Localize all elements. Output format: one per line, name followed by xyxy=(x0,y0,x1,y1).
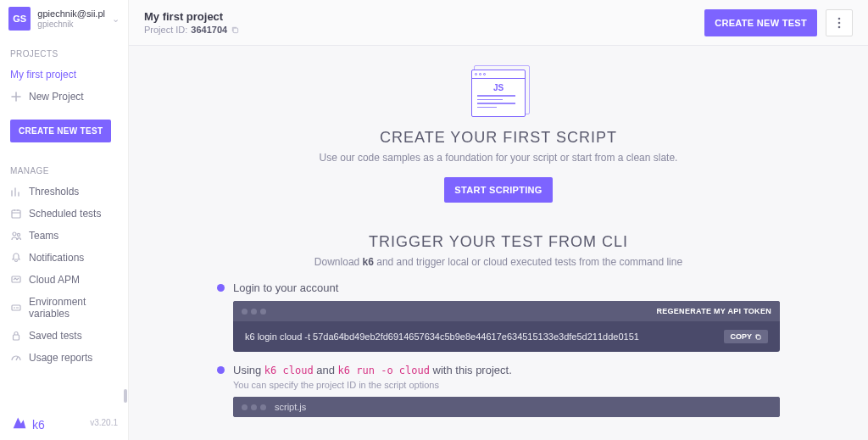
sidebar-item-usage-reports[interactable]: Usage reports xyxy=(0,347,128,369)
gauge-icon xyxy=(10,352,22,364)
step2-title: Using k6 cloud and k6 run -o cloud with … xyxy=(233,364,512,376)
chevron-down-icon: ⌄ xyxy=(112,14,120,25)
step-bullet-icon xyxy=(217,284,225,292)
svg-point-9 xyxy=(838,25,841,28)
terminal-dots-icon xyxy=(242,404,266,410)
svg-point-2 xyxy=(17,233,19,236)
bell-icon xyxy=(10,252,22,264)
sidebar-item-new-project[interactable]: New Project xyxy=(0,86,128,108)
step-bullet-icon xyxy=(217,366,225,374)
svg-point-8 xyxy=(838,21,841,24)
project-id-label: Project ID: xyxy=(144,25,187,35)
user-email: gpiechnik@sii.pl xyxy=(37,8,105,19)
avatar: GS xyxy=(8,7,31,31)
env-icon xyxy=(10,302,22,314)
terminal-login: REGENERATE MY API TOKEN k6 login cloud -… xyxy=(233,301,780,352)
login-command: k6 login cloud -t 57da64bd49eb2fd6914657… xyxy=(245,331,639,342)
empty-subtitle: Use our code samples as a foundation for… xyxy=(146,152,851,164)
more-menu-button[interactable] xyxy=(826,9,853,36)
copy-login-button[interactable]: COPY xyxy=(724,330,768,343)
calendar-icon xyxy=(10,208,22,220)
users-icon xyxy=(10,230,22,242)
svg-point-1 xyxy=(13,232,16,236)
scrollbar-thumb[interactable] xyxy=(124,389,127,403)
manage-label: MANAGE xyxy=(0,154,128,181)
svg-rect-5 xyxy=(14,335,19,340)
cli-subtitle: Download k6 and and trigger local or clo… xyxy=(193,256,804,268)
svg-point-7 xyxy=(838,17,841,19)
k6-logo[interactable]: k6 xyxy=(10,413,45,432)
step1-title: Login to your account xyxy=(233,281,338,294)
svg-rect-10 xyxy=(757,335,761,339)
step2-desc: You can specify the project ID in the sc… xyxy=(233,380,780,390)
start-scripting-button[interactable]: START SCRIPTING xyxy=(444,177,552,203)
user-menu[interactable]: GS gpiechnik@sii.pl gpiechnik ⌄ xyxy=(0,0,128,37)
project-id: 3641704 xyxy=(191,25,227,35)
plus-icon xyxy=(10,91,22,103)
chart-icon xyxy=(10,186,22,198)
version-label: v3.20.1 xyxy=(90,418,118,427)
sidebar: GS gpiechnik@sii.pl gpiechnik ⌄ PROJECTS… xyxy=(0,0,129,440)
empty-title: CREATE YOUR FIRST SCRIPT xyxy=(146,129,851,147)
create-test-button[interactable]: CREATE NEW TEST xyxy=(704,9,817,36)
content-area: JS CREATE YOUR FIRST SCRIPT Use our code… xyxy=(129,46,868,440)
sidebar-item-scheduled-tests[interactable]: Scheduled tests xyxy=(0,203,128,225)
sidebar-item-my-first-project[interactable]: My first project xyxy=(0,64,128,86)
download-k6-link[interactable]: k6 xyxy=(363,256,374,268)
page-title: My first project xyxy=(144,10,240,23)
script-illustration: JS xyxy=(471,70,526,117)
copy-id-icon[interactable] xyxy=(231,25,240,35)
sidebar-item-teams[interactable]: Teams xyxy=(0,225,128,247)
cli-title: TRIGGER YOUR TEST FROM CLI xyxy=(193,233,804,251)
sidebar-item-notifications[interactable]: Notifications xyxy=(0,247,128,269)
sidebar-item-thresholds[interactable]: Thresholds xyxy=(0,181,128,203)
svg-rect-6 xyxy=(233,28,238,33)
script-filename: script.js xyxy=(275,402,306,412)
monitor-icon xyxy=(10,274,22,286)
sidebar-item-cloud-apm[interactable]: Cloud APM xyxy=(0,269,128,291)
sidebar-create-test-button[interactable]: CREATE NEW TEST xyxy=(10,120,111,142)
terminal-dots-icon xyxy=(242,309,266,315)
sidebar-item-saved-tests[interactable]: Saved tests xyxy=(0,325,128,347)
topbar: My first project Project ID: 3641704 CRE… xyxy=(129,0,868,46)
svg-rect-0 xyxy=(12,210,20,218)
regenerate-token-button[interactable]: REGENERATE MY API TOKEN xyxy=(656,307,771,315)
user-name: gpiechnik xyxy=(37,19,105,29)
terminal-script: script.js xyxy=(233,397,780,417)
sidebar-item-env-vars[interactable]: Environment variables xyxy=(0,291,128,325)
lock-icon xyxy=(10,330,22,342)
projects-label: PROJECTS xyxy=(0,37,128,64)
